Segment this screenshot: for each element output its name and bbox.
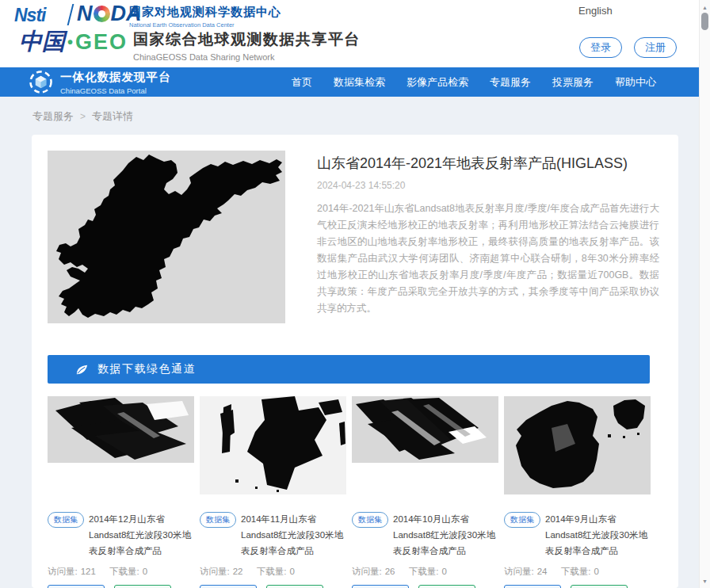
geo-logo-cn: 中国: [19, 26, 65, 58]
landsat-mosaic-graphic: [352, 396, 498, 463]
shandong-map-image: [48, 151, 285, 323]
downloads-label: 下载量:: [109, 567, 139, 576]
scrollbar-thumb[interactable]: [701, 13, 708, 30]
downloads-count: 0: [594, 567, 598, 576]
card-title-row: 数据集 2014年11月山东省Landsat8红光波段30米地表反射率合成产品: [200, 511, 346, 559]
dataset-badge: 数据集: [200, 512, 236, 528]
scroll-up-arrow-icon[interactable]: ▲: [700, 2, 710, 13]
dataset-actions: 查看数据 在线申请: [352, 585, 498, 588]
online-apply-button[interactable]: 在线申请: [418, 585, 475, 588]
downloads-count: 0: [143, 567, 147, 576]
globe-cube-icon: [29, 70, 53, 94]
portal-logo[interactable]: 一体化数据发现平台 ChinaGEOSS Data Portal: [29, 70, 171, 95]
card-title-row: 数据集 2014年12月山东省Landsat8红光波段30米地表反射率合成产品: [48, 511, 194, 559]
visits-label: 访问量:: [504, 567, 534, 576]
breadcrumb-current: 专题详情: [92, 109, 133, 124]
visits-count: 121: [81, 567, 96, 576]
noda-title-en: National Earth Observation Data Center: [129, 21, 281, 29]
landsat-mosaic-graphic: [504, 396, 651, 494]
breadcrumb-topic-service[interactable]: 专题服务: [32, 109, 74, 124]
nav-item-vote-service[interactable]: 投票服务: [552, 75, 594, 90]
breadcrumb: 专题服务 > 专题详情: [0, 97, 699, 135]
nav-item-home[interactable]: 首页: [292, 75, 312, 90]
noda-color-ring-icon: [94, 6, 110, 22]
dataset-stats: 访问量:121 下载量:0: [48, 566, 194, 578]
landsat-mosaic-graphic: [200, 396, 346, 494]
visits-label: 访问量:: [352, 567, 382, 576]
dataset-actions: 查看数据 在线申请: [48, 585, 194, 588]
login-button[interactable]: 登录: [579, 37, 622, 58]
dataset-badge: 数据集: [504, 512, 540, 528]
downloads-count: 0: [289, 567, 294, 576]
downloads-count: 0: [441, 567, 446, 576]
dataset-thumbnail[interactable]: [48, 392, 194, 511]
main-navbar: 一体化数据发现平台 ChinaGEOSS Data Portal 首页 数据集检…: [0, 67, 699, 97]
dataset-card: 数据集 2014年9月山东省Landsat8红光波段30米地表反射率合成产品 访…: [504, 392, 651, 588]
nsti-logo[interactable]: Nsti: [14, 5, 45, 26]
dataset-thumbnail[interactable]: [200, 392, 346, 511]
nav-item-help-center[interactable]: 帮助中心: [615, 75, 656, 90]
view-data-button[interactable]: 查看数据: [48, 585, 105, 588]
dataset-thumbnail[interactable]: [504, 392, 651, 511]
logo-divider: [67, 4, 74, 25]
visits-label: 访问量:: [200, 567, 230, 576]
view-data-button[interactable]: 查看数据: [200, 585, 257, 588]
nav-item-dataset-search[interactable]: 数据集检索: [334, 75, 385, 90]
landsat-mosaic-graphic: [48, 396, 194, 463]
topic-title: 山东省2014年-2021年地表反射率产品(HIGLASS): [317, 154, 662, 173]
visits-count: 24: [537, 567, 548, 576]
vertical-scrollbar[interactable]: ▲ ▼: [699, 0, 710, 588]
topic-info: 山东省2014年-2021年地表反射率产品(HIGLASS) 2024-04-2…: [317, 151, 662, 323]
dataset-stats: 访问量:26 下载量:0: [352, 566, 498, 578]
dataset-title: 2014年10月山东省Landsat8红光波段30米地表反射率合成产品: [393, 511, 498, 559]
topic-detail-card: 山东省2014年-2021年地表反射率产品(HIGLASS) 2024-04-2…: [32, 135, 678, 588]
download-channel-banner: 数据下载绿色通道: [48, 355, 650, 384]
noda-title-block: 国家对地观测科学数据中心 National Earth Observation …: [129, 5, 281, 29]
dataset-badge: 数据集: [352, 512, 388, 528]
dataset-title: 2014年12月山东省Landsat8红光波段30米地表反射率合成产品: [89, 511, 194, 559]
online-apply-button[interactable]: 在线申请: [266, 585, 323, 588]
language-switch-link[interactable]: English: [578, 5, 613, 17]
dataset-stats: 访问量:24 下载量:0: [504, 566, 651, 578]
dataset-badge: 数据集: [48, 512, 84, 528]
dataset-title: 2014年11月山东省Landsat8红光波段30米地表反射率合成产品: [241, 511, 346, 559]
card-title-row: 数据集 2014年9月山东省Landsat8红光波段30米地表反射率合成产品: [504, 511, 651, 559]
visits-count: 26: [385, 567, 395, 576]
china-geo-logo[interactable]: 中国 • GEO: [19, 26, 128, 58]
visits-label: 访问量:: [48, 567, 78, 576]
view-data-button[interactable]: 查看数据: [504, 585, 561, 588]
leaf-icon: [74, 362, 90, 377]
dataset-actions: 查看数据 在线申请: [200, 585, 346, 588]
portal-name-en: ChinaGEOSS Data Portal: [60, 86, 171, 95]
portal-name-block: 一体化数据发现平台 ChinaGEOSS Data Portal: [60, 70, 171, 95]
geo-logo-dot: •: [67, 33, 73, 52]
platform-title-cn: 国家综合地球观测数据共享平台: [133, 29, 361, 50]
dataset-stats: 访问量:22 下载量:0: [200, 566, 346, 578]
dataset-card: 数据集 2014年11月山东省Landsat8红光波段30米地表反射率合成产品 …: [200, 392, 346, 588]
breadcrumb-separator: >: [80, 111, 86, 122]
online-apply-button[interactable]: 在线申请: [571, 585, 628, 588]
card-title-row: 数据集 2014年10月山东省Landsat8红光波段30米地表反射率合成产品: [352, 511, 498, 559]
register-button[interactable]: 注册: [634, 37, 677, 58]
dataset-thumbnail[interactable]: [352, 392, 498, 511]
online-apply-button[interactable]: 在线申请: [114, 585, 171, 588]
downloads-label: 下载量:: [409, 567, 439, 576]
downloads-label: 下载量:: [561, 567, 591, 576]
nav-item-image-product-search[interactable]: 影像产品检索: [407, 75, 468, 90]
noda-logo-n: N: [77, 2, 93, 26]
download-channel-label: 数据下载绿色通道: [97, 362, 196, 376]
geo-logo-en: GEO: [75, 30, 128, 55]
topic-description: 2014年-2021年山东省Landsat8地表反射率月度/季度/年度合成产品首…: [317, 200, 662, 317]
nav-item-topic-service[interactable]: 专题服务: [490, 75, 531, 90]
visits-count: 22: [233, 567, 243, 576]
topic-detail-section: 山东省2014年-2021年地表反射率产品(HIGLASS) 2024-04-2…: [48, 151, 662, 323]
nav-menu: 首页 数据集检索 影像产品检索 专题服务 投票服务 帮助中心: [292, 75, 656, 90]
platform-title-block: 国家综合地球观测数据共享平台 ChinaGEOSS Data Sharing N…: [133, 29, 361, 62]
topic-publish-date: 2024-04-23 14:55:20: [317, 180, 662, 191]
view-data-button[interactable]: 查看数据: [352, 585, 409, 588]
portal-name-cn: 一体化数据发现平台: [60, 70, 171, 85]
scroll-down-arrow-icon[interactable]: ▼: [700, 575, 710, 586]
dataset-title: 2014年9月山东省Landsat8红光波段30米地表反射率合成产品: [545, 511, 651, 559]
noda-title-cn: 国家对地观测科学数据中心: [129, 5, 281, 20]
dataset-actions: 查看数据 在线申请: [504, 585, 651, 588]
